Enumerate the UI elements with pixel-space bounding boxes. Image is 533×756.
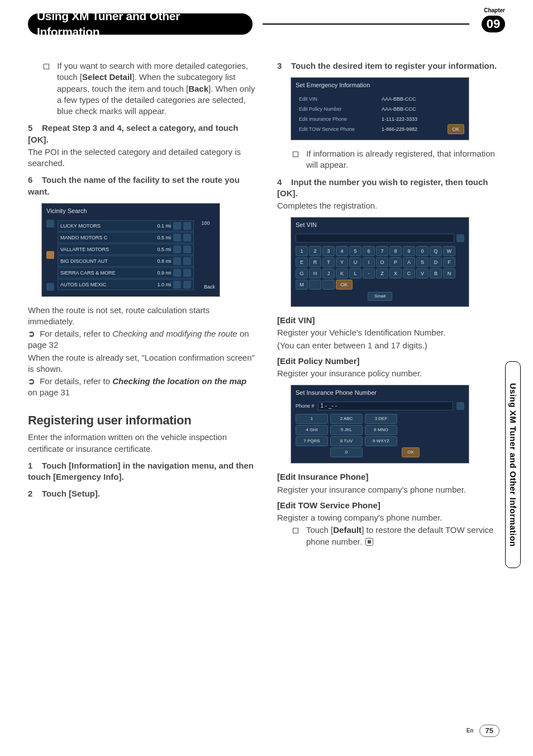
side-tab-label: Using XM Tuner and Other Information <box>507 383 518 547</box>
ok-button[interactable]: OK <box>402 447 420 457</box>
key[interactable]: 3 <box>322 246 335 256</box>
table-row[interactable]: Edit TOW Service Phone1-866-228-9982 <box>296 124 445 134</box>
vin-input[interactable] <box>296 234 454 243</box>
crossref-checking-route: ➲ For details, refer to Checking and mod… <box>28 328 256 351</box>
key[interactable]: 5 JKL <box>330 425 363 435</box>
chapter-header: Using XM Tuner and Other Information Cha… <box>28 13 505 35</box>
key[interactable]: E <box>296 257 308 267</box>
backspace-icon[interactable] <box>456 234 464 242</box>
key[interactable]: I <box>363 257 375 267</box>
list-item[interactable]: SIERRA CARS & MORE0.9 mi <box>58 267 194 278</box>
key[interactable]: 8 TUV <box>330 436 363 446</box>
key[interactable]: F <box>443 257 455 267</box>
key[interactable]: O <box>376 257 388 267</box>
key[interactable]: 1 <box>296 246 308 256</box>
key[interactable]: K <box>336 268 348 278</box>
step-5: 5 Repeat Step 3 and 4, select a category… <box>28 122 256 145</box>
ok-button[interactable]: OK <box>336 280 353 290</box>
key[interactable]: N <box>443 268 455 278</box>
key[interactable]: 9 <box>403 246 415 256</box>
chapter-title-bar: Using XM Tuner and Other Information <box>28 13 253 35</box>
key[interactable]: C <box>403 268 415 278</box>
key[interactable]: 2 ABC <box>330 414 363 424</box>
phone-input[interactable]: 1 - _- - <box>318 401 453 410</box>
list-item[interactable]: MANDO MOTORS C0.5 mi <box>58 232 194 243</box>
table-row[interactable]: Edit VINAAA-BBB-CCC <box>296 94 445 104</box>
crossref-checking-location: ➲ For details, refer to Checking the loc… <box>28 376 256 399</box>
step-4: 4 Input the number you wish to register,… <box>277 177 505 200</box>
key[interactable]: 5 <box>349 246 361 256</box>
key[interactable]: - <box>363 268 375 278</box>
key[interactable]: S <box>416 257 429 267</box>
info-icon <box>183 281 191 289</box>
scroll-down-icon[interactable] <box>46 283 54 291</box>
key[interactable]: Z <box>376 268 388 278</box>
step-1: 1 Touch [Information] in the navigation … <box>28 460 256 483</box>
key[interactable]: 7 PQRS <box>296 436 328 446</box>
step-4-text: Completes the registration. <box>277 200 505 211</box>
key[interactable]: 1 <box>296 414 328 424</box>
flag-icon <box>173 269 181 277</box>
key[interactable]: H <box>309 268 321 278</box>
key[interactable]: L <box>349 268 361 278</box>
text-edit-vin-a: Register your Vehicle's Identification N… <box>277 327 505 338</box>
set-vin-title: Set VIN <box>296 221 464 229</box>
key[interactable]: 4 <box>336 246 348 256</box>
key[interactable]: 8 <box>389 246 402 256</box>
key[interactable] <box>309 280 321 290</box>
key[interactable]: 0 <box>330 447 363 457</box>
key[interactable]: X <box>389 268 402 278</box>
phone-label: Phone # <box>296 403 315 409</box>
text-edit-vin-b: (You can enter between 1 and 17 digits.) <box>277 340 505 351</box>
key[interactable]: 2 <box>309 246 321 256</box>
key[interactable]: 0 <box>416 246 429 256</box>
set-phone-screenshot: Set Insurance Phone Number Phone # 1 - _… <box>291 385 469 464</box>
key[interactable]: 6 <box>363 246 375 256</box>
key[interactable]: T <box>322 257 335 267</box>
key[interactable]: G <box>296 268 308 278</box>
key[interactable]: P <box>389 257 402 267</box>
key[interactable] <box>322 280 335 290</box>
key[interactable]: 7 <box>376 246 388 256</box>
keyboard: 1234567890 QWERTYUIOP ASDFGHJKL- ZXCVBNM… <box>296 246 464 290</box>
list-item[interactable]: VALLARTE MOTORS0.5 mi <box>58 244 194 255</box>
key[interactable]: 6 MNO <box>365 425 397 435</box>
backspace-icon[interactable] <box>456 402 464 410</box>
info-icon <box>183 222 191 230</box>
key[interactable]: D <box>430 257 442 267</box>
bullet-select-detail: If you want to search with more detailed… <box>28 60 256 117</box>
label-edit-vin: [Edit VIN] <box>277 315 505 326</box>
bullet-default-tow: Touch [Default] to restore the default T… <box>277 525 505 547</box>
bullet-square-icon <box>44 64 49 69</box>
list-item[interactable]: AUTOS LOS MEXIC1.0 mi <box>58 279 194 290</box>
key[interactable]: J <box>322 268 335 278</box>
label-edit-policy: [Edit Policy Number] <box>277 356 505 367</box>
key[interactable]: U <box>349 257 361 267</box>
list-item[interactable]: LUCKY MOTORS0.1 mi <box>58 220 194 231</box>
key[interactable]: Q <box>430 246 442 256</box>
end-section-icon <box>365 538 373 546</box>
key[interactable]: 4 GHI <box>296 425 328 435</box>
back-button[interactable]: Back <box>204 284 215 290</box>
key[interactable]: A <box>403 257 415 267</box>
flag-icon <box>173 222 181 230</box>
key[interactable]: M <box>296 280 308 290</box>
table-row[interactable]: Edit Policy NumberAAA-BBB-CCC <box>296 104 445 114</box>
table-row[interactable]: Edit Insurance Phone1-111-222-3333 <box>296 114 445 124</box>
key[interactable]: V <box>416 268 429 278</box>
result-count: 100 <box>201 220 210 226</box>
text-edit-tow-phone: Register a towing company's phone number… <box>277 512 505 523</box>
ok-button[interactable]: OK <box>448 124 464 134</box>
scroll-up-icon[interactable] <box>46 220 54 228</box>
key[interactable]: W <box>443 246 455 256</box>
key[interactable]: 9 WXYZ <box>365 436 397 446</box>
emergency-title: Set Emergency Information <box>296 81 464 89</box>
info-icon <box>183 269 191 277</box>
list-item[interactable]: BIG DISCOUNT AUT0.8 mi <box>58 256 194 267</box>
info-icon <box>183 257 191 265</box>
key[interactable]: 3 DEF <box>365 414 397 424</box>
small-button[interactable]: Small <box>368 292 392 301</box>
key[interactable]: R <box>309 257 321 267</box>
key[interactable]: Y <box>336 257 348 267</box>
key[interactable]: B <box>430 268 442 278</box>
